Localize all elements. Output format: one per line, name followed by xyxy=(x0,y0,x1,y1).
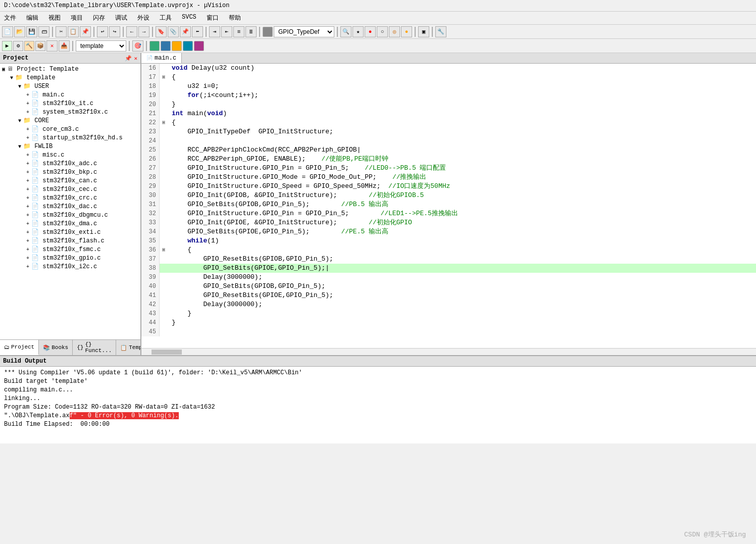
code-content-39[interactable]: Delay(3000000); xyxy=(168,273,262,282)
cut-btn[interactable]: ✂ xyxy=(56,26,67,37)
code-content-27[interactable]: GPIO_InitStructure.GPIO_Pin = GPIO_Pin_5… xyxy=(168,164,446,173)
tree-expand-core_cm3[interactable]: + xyxy=(24,127,31,132)
code-content-21[interactable]: int main(void) xyxy=(168,109,227,118)
tree-expand-core[interactable]: ▼ xyxy=(16,118,23,124)
tree-expand-stm32f10x_cec[interactable]: + xyxy=(24,187,31,192)
tree-item-stm32f10x_dma[interactable]: +📄 stm32f10x_dma.c xyxy=(0,219,140,228)
code-content-25[interactable]: RCC_APB2PeriphClockCmd(RCC_APB2Periph_GP… xyxy=(168,145,361,155)
tree-expand-stm32f10x_dbgmcu[interactable]: + xyxy=(24,213,31,218)
project-tab-2[interactable]: {}{} Funct... xyxy=(73,340,116,355)
code-content-38[interactable]: GPIO_SetBits(GPIOE,GPIO_Pin_5);| xyxy=(168,264,329,273)
tree-expand-stm32f10x_bkp[interactable]: + xyxy=(24,170,31,175)
editor-tab-0[interactable]: 📄main.c xyxy=(141,53,182,63)
target-option-btn[interactable]: 🎯 xyxy=(132,40,143,52)
code-content-45[interactable] xyxy=(168,327,172,336)
circle-btn[interactable]: ○ xyxy=(377,26,388,37)
tree-expand-main_c[interactable]: + xyxy=(24,92,31,98)
unindent-btn[interactable]: ⇤ xyxy=(221,26,232,37)
tree-item-stm32f10x_i2c[interactable]: +📄 stm32f10x_i2c.c xyxy=(0,262,140,271)
symbol-dropdown[interactable]: GPIO_TypeDef xyxy=(274,26,334,37)
code-content-18[interactable]: u32 i=0; xyxy=(168,82,219,91)
tree-item-stm32f10x_dac[interactable]: +📄 stm32f10x_dac.c xyxy=(0,202,140,211)
tree-expand-stm32f10x_fsmc[interactable]: + xyxy=(24,247,31,253)
tree-item-core[interactable]: ▼📁 CORE xyxy=(0,116,140,125)
fold-btn-17[interactable]: ▣ xyxy=(160,73,168,82)
tree-item-stm32f10x_crc[interactable]: +📄 stm32f10x_crc.c xyxy=(0,193,140,202)
bookmark2-btn[interactable]: 📎 xyxy=(168,26,179,37)
indent-btn[interactable]: ⇥ xyxy=(209,26,220,37)
tree-expand-system_stm32f10x[interactable]: + xyxy=(24,110,31,115)
code-content-42[interactable]: Delay(3000000); xyxy=(168,300,262,309)
fold-btn-22[interactable]: ▣ xyxy=(160,118,168,127)
code-content-23[interactable]: GPIO_InitTypeDef GPIO_InitStructure; xyxy=(168,127,333,136)
code-content-22[interactable]: { xyxy=(168,118,176,127)
tree-expand-stm32f10x_i2c[interactable]: + xyxy=(24,264,31,270)
download-btn[interactable]: 📥 xyxy=(59,40,70,52)
bookmark4-btn[interactable]: ⬅ xyxy=(192,26,203,37)
project-tab-3[interactable]: 📋Templ... xyxy=(116,340,141,355)
tree-item-stm32f10x_fsmc[interactable]: +📄 stm32f10x_fsmc.c xyxy=(0,245,140,254)
tree-item-user[interactable]: ▼📁 USER xyxy=(0,82,140,90)
project-pin-btn[interactable]: 📌 xyxy=(125,55,132,62)
tree-item-stm32f10x_exti[interactable]: +📄 stm32f10x_exti.c xyxy=(0,228,140,236)
code-content-41[interactable]: GPIO_ResetBits(GPIOE,GPIO_Pin_5); xyxy=(168,291,333,300)
bookmark-btn[interactable]: 🔖 xyxy=(156,26,167,37)
fold-btn-36[interactable]: ▣ xyxy=(160,245,168,255)
build3-btn[interactable]: 🔨 xyxy=(24,41,34,51)
code-content-43[interactable]: } xyxy=(168,309,191,318)
format-btn[interactable]: ≡ xyxy=(233,26,244,37)
tree-expand-stm32f10x_dma[interactable]: + xyxy=(24,221,31,227)
tree-expand-fwlib[interactable]: ▼ xyxy=(16,144,23,150)
new-btn[interactable]: 📄 xyxy=(2,26,13,37)
red-btn[interactable]: ● xyxy=(365,26,376,37)
tree-item-system_stm32f10x[interactable]: +📄 system_stm32f10x.c xyxy=(0,108,140,116)
settings-btn[interactable]: 🔧 xyxy=(435,26,446,37)
menu-item-SVCS[interactable]: SVCS xyxy=(180,13,198,23)
code-content-30[interactable]: GPIO_Init(GPIOB, &GPIO_InitStructure); /… xyxy=(168,191,424,200)
code-content-16[interactable]: void Delay(u32 count) xyxy=(168,64,255,73)
menu-item-外设[interactable]: 外设 xyxy=(135,13,152,23)
copy-btn[interactable]: 📋 xyxy=(68,26,79,37)
tree-item-stm32f10x_adc[interactable]: +📄 stm32f10x_adc.c xyxy=(0,159,140,168)
code-content-20[interactable]: } xyxy=(168,100,176,109)
orange-btn[interactable]: ◎ xyxy=(389,26,400,37)
tree-expand-stm32f10x_dac[interactable]: + xyxy=(24,204,31,210)
nav-fwd-btn[interactable]: → xyxy=(138,26,149,37)
target-dropdown[interactable]: template xyxy=(76,40,126,52)
build4-btn[interactable]: 📦 xyxy=(35,41,45,51)
tree-item-stm32f10x_can[interactable]: +📄 stm32f10x_can.c xyxy=(0,176,140,185)
tree-expand-stm32f10x_it[interactable]: + xyxy=(24,101,31,107)
menu-item-视图[interactable]: 视图 xyxy=(46,13,63,23)
h-scroll-thumb[interactable] xyxy=(152,350,182,355)
code-content-24[interactable] xyxy=(168,136,172,145)
tree-expand-stm32f10x_gpio[interactable]: + xyxy=(24,256,31,261)
format2-btn[interactable]: ≣ xyxy=(245,26,257,37)
tree-item-core_cm3[interactable]: +📄 core_cm3.c xyxy=(0,125,140,133)
code-content-44[interactable]: } xyxy=(168,318,176,327)
tree-item-stm32f10x_bkp[interactable]: +📄 stm32f10x_bkp.c xyxy=(0,168,140,176)
tree-item-stm32f10x_dbgmcu[interactable]: +📄 stm32f10x_dbgmcu.c xyxy=(0,211,140,219)
tree-item-stm32f10x_flash[interactable]: +📄 stm32f10x_flash.c xyxy=(0,236,140,245)
stop-btn[interactable]: ✕ xyxy=(46,40,58,52)
orange2-btn[interactable]: ● xyxy=(401,26,412,37)
save-all-btn[interactable]: 🗃 xyxy=(38,26,49,37)
menu-item-调试[interactable]: 调试 xyxy=(113,13,129,23)
tree-item-fwlib[interactable]: ▼📁 FWLIB xyxy=(0,142,140,151)
tree-expand-user[interactable]: ▼ xyxy=(16,84,23,89)
tree-item-template[interactable]: ▼📁 template xyxy=(0,73,140,82)
code-content-19[interactable]: for(;i<count;i++); xyxy=(168,91,259,100)
build2-btn[interactable]: ⚙ xyxy=(13,41,23,51)
project-tab-1[interactable]: 📚Books xyxy=(39,340,73,355)
tree-expand-misc[interactable]: + xyxy=(24,153,31,158)
menu-item-项目[interactable]: 项目 xyxy=(69,13,85,23)
code-content-29[interactable]: GPIO_InitStructure.GPIO_Speed = GPIO_Spe… xyxy=(168,182,450,191)
redo-btn[interactable]: ↪ xyxy=(109,26,120,37)
menu-item-文件[interactable]: 文件 xyxy=(2,13,18,23)
code-content-35[interactable]: while(1) xyxy=(168,236,219,245)
search-btn[interactable]: 🔍 xyxy=(340,26,351,37)
menu-item-闪存[interactable]: 闪存 xyxy=(91,13,107,23)
code-content-31[interactable]: GPIO_SetBits(GPIOB,GPIO_Pin_5); //PB.5 输… xyxy=(168,200,388,209)
tree-item-main_c[interactable]: +📄 main.c xyxy=(0,90,140,99)
build-btn[interactable]: ▶ xyxy=(2,41,12,51)
code-content-36[interactable]: { xyxy=(168,245,191,255)
